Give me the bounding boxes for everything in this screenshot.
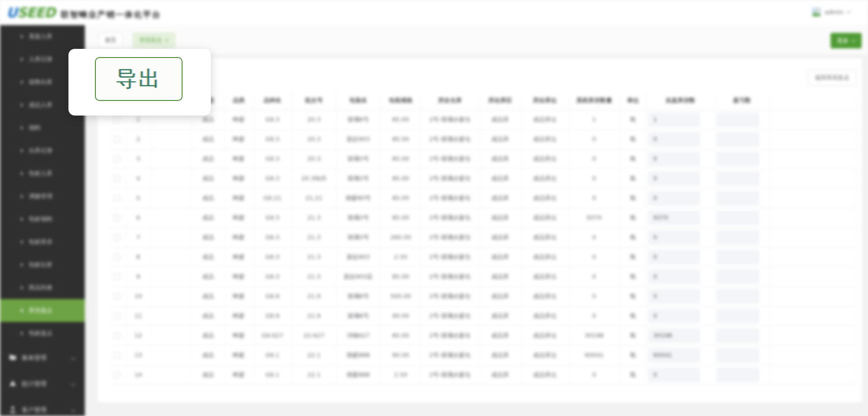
cell-empty [769, 208, 857, 227]
sidebar-item-menu[interactable]: 领料 [0, 116, 85, 139]
sidebar-item-menu[interactable]: 直接入库 [0, 25, 85, 48]
row-checkbox[interactable] [114, 156, 120, 162]
row-checkbox[interactable] [114, 195, 120, 201]
sidebar-group[interactable]: 统计管理 [0, 371, 85, 397]
row-checkbox[interactable] [114, 254, 120, 260]
cell-empty [152, 345, 192, 365]
profit-loss-input[interactable] [717, 113, 759, 126]
cell-variety: G9.1 [253, 365, 292, 384]
sidebar-item-label: 商品列表 [29, 284, 52, 292]
profit-loss-input[interactable] [717, 211, 759, 225]
user-icon [9, 406, 22, 414]
actual-qty-input[interactable]: 60041 [648, 348, 700, 362]
sidebar-item-label: 包材库存 [29, 238, 52, 246]
caret-right-icon [21, 263, 23, 267]
sidebar-item-label: 库存盘点 [29, 306, 52, 315]
actual-qty-input[interactable]: 0 [648, 368, 700, 382]
cell-sys_qty: 0 [569, 306, 620, 326]
row-checkbox[interactable] [114, 293, 120, 300]
cell-sys_qty: 0 [569, 267, 620, 286]
table-body: 1成品蜂蜜G9.320.3玻璃8号85.002号-玻璃水蜜仓成品库成品库位1瓶1… [109, 110, 857, 384]
actual-qty-input[interactable]: 1 [648, 113, 700, 126]
actual-qty-input[interactable]: 9370 [648, 211, 700, 225]
more-button[interactable]: 更多 [831, 33, 862, 48]
row-checkbox[interactable] [114, 136, 120, 142]
profit-loss-input[interactable] [717, 329, 759, 342]
cell-category: 蜂蜜 [225, 227, 253, 247]
actual-qty-input[interactable]: 0 [648, 231, 700, 244]
row-checkbox[interactable] [114, 352, 120, 358]
row-checkbox[interactable] [114, 116, 120, 123]
sidebar-item-menu[interactable]: 商品列表 [0, 276, 85, 299]
caret-right-icon [21, 58, 23, 61]
profit-loss-input[interactable] [717, 270, 759, 284]
cell-empty [769, 286, 857, 306]
actual-qty-input[interactable]: 0 [648, 309, 700, 323]
chevron-down-icon [71, 408, 76, 412]
actual-qty-input[interactable]: 30198 [648, 329, 700, 342]
sidebar-item-active[interactable]: 库存盘点 [0, 299, 85, 322]
cell-area: 成品库 [479, 345, 521, 365]
cell-slot: 成品库位 [521, 129, 569, 149]
user-menu[interactable]: admin [812, 7, 851, 16]
tab-home[interactable]: 首页 [99, 33, 123, 48]
caret-right-icon [21, 195, 23, 198]
cell-package: 玻璃3号 [336, 149, 381, 169]
cell-category: 蜂蜜 [225, 129, 253, 149]
actual-qty-input[interactable]: 0 [648, 191, 700, 205]
useed-logo: USEED [6, 5, 55, 21]
profit-loss-input[interactable] [717, 132, 759, 146]
sidebar-item-menu[interactable]: 调拨管理 [0, 185, 85, 208]
row-checkbox[interactable] [114, 274, 120, 280]
profit-loss-input[interactable] [717, 152, 759, 166]
sidebar-item-menu[interactable]: 包材库存 [0, 231, 85, 253]
export-button[interactable]: 导出 [95, 57, 183, 101]
tab-inventory-check[interactable]: 库存盘点× [133, 33, 175, 48]
sidebar-item-menu[interactable]: 包材盘点 [0, 322, 85, 345]
cell-warehouse: 2号-玻璃水蜜仓 [421, 227, 479, 247]
sidebar-group[interactable]: 客户管理 [0, 397, 85, 416]
cell-empty [769, 110, 857, 129]
sidebar-item-menu[interactable]: 出库记录 [0, 139, 85, 162]
row-checkbox[interactable] [114, 215, 120, 221]
row-checkbox[interactable] [114, 332, 120, 339]
profit-loss-input[interactable] [717, 231, 759, 244]
sidebar-item-menu[interactable]: 包材领料 [0, 208, 85, 231]
row-checkbox[interactable] [114, 175, 120, 182]
actual-qty-input[interactable]: 0 [648, 132, 700, 146]
column-header: 包装名 [336, 91, 381, 110]
profit-loss-input[interactable] [717, 290, 759, 303]
cell-type: 成品 [192, 345, 225, 365]
sidebar-item-menu[interactable]: 包材出库 [0, 253, 85, 276]
profit-loss-input[interactable] [717, 250, 759, 264]
profit-loss-input[interactable] [717, 191, 759, 205]
sidebar-group[interactable]: 账单管理 [0, 345, 85, 371]
actual-qty-input[interactable]: 0 [648, 290, 700, 303]
sidebar-groups: 账单管理统计管理客户管理 [0, 345, 85, 416]
cell-unit: 瓶 [620, 110, 646, 129]
cell-batch: 21.21 [292, 188, 336, 208]
sidebar-item-menu[interactable]: 包材入库 [0, 162, 85, 185]
cell-slot: 成品库位 [521, 110, 569, 129]
row-checkbox[interactable] [114, 313, 120, 319]
cell-sys_qty: 0 [569, 188, 620, 208]
cell-category: 蜂蜜 [225, 286, 253, 306]
back-to-inventory-button[interactable]: 返回库存盘点 [808, 70, 857, 86]
row-checkbox[interactable] [114, 372, 120, 378]
cell-variety: G9.1 [253, 345, 292, 365]
caret-right-icon [21, 35, 23, 38]
sidebar-item-label: 成品入库 [29, 101, 52, 109]
actual-qty-input[interactable]: 0 [648, 152, 700, 166]
profit-loss-input[interactable] [717, 309, 759, 323]
inventory-table: 类型品类品种名批次号包装名包装规格所在仓库所在库区所在库位系统库存数量单位实盘库… [109, 91, 857, 385]
profit-loss-input[interactable] [717, 172, 759, 185]
cell-batch: 20.3纯丹 [292, 169, 336, 188]
actual-qty-input[interactable]: 0 [648, 270, 700, 284]
cell-spec: 85.00 [381, 169, 421, 188]
profit-loss-input[interactable] [717, 348, 759, 362]
actual-qty-input[interactable]: 0 [648, 172, 700, 185]
profit-loss-input[interactable] [717, 368, 759, 382]
actual-qty-input[interactable]: 0 [648, 250, 700, 264]
row-checkbox[interactable] [114, 234, 120, 241]
close-tab-icon[interactable]: × [165, 37, 169, 43]
